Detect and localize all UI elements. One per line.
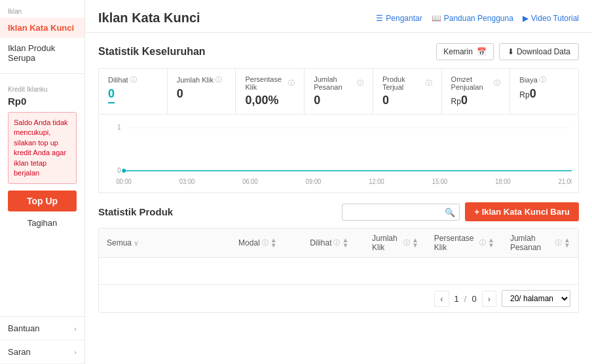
metric-value-produk: 0 [382, 94, 432, 107]
svg-text:12:00: 12:00 [369, 178, 384, 185]
info-icon-persen-table[interactable]: ⓘ [479, 238, 486, 247]
info-icon-biaya[interactable]: ⓘ [540, 75, 546, 84]
kredit-section: Kredit Iklanku Rp0 Saldo Anda tidak menc… [0, 79, 84, 237]
current-page: 1 [454, 294, 459, 304]
kredit-value: Rp0 [8, 96, 77, 107]
video-tutorial-link[interactable]: ▶ Video Tutorial [523, 14, 579, 23]
th-modal[interactable]: Modal ⓘ ▲▼ [231, 228, 302, 257]
sidebar-item-kata-kunci[interactable]: Iklan Kata Kunci [0, 18, 84, 38]
metric-biaya: Biaya ⓘ Rp0 [510, 69, 578, 114]
info-icon-pesanan-table[interactable]: ⓘ [555, 238, 562, 247]
metric-value-dilihat: 0 [108, 87, 115, 103]
th-jumlah-pesanan[interactable]: Jumlah Pesanan ⓘ ▲▼ [502, 228, 578, 257]
chart-svg: 1 0 00:00 03:00 06:00 09:00 12:00 15:00 … [105, 121, 572, 187]
metric-value-pesanan: 0 [314, 94, 363, 107]
pagination-row: ‹ 1 / 0 › 20/ halaman [99, 284, 578, 312]
main-content: Iklan Kata Kunci ☰ Pengantar 📖 Panduan P… [85, 0, 592, 364]
svg-text:09:00: 09:00 [306, 178, 322, 185]
download-button[interactable]: ⬇ Download Data [499, 43, 579, 60]
metric-persentase: Persentase Klik ⓘ 0,00% [236, 69, 305, 114]
svg-text:21:00: 21:00 [559, 178, 572, 185]
sidebar: Iklan Iklan Kata Kunci Iklan Produk Seru… [0, 0, 85, 364]
stats-section: Statistik Keseluruhan Kemarin 📅 ⬇ Downlo… [85, 33, 592, 193]
top-up-button[interactable]: Top Up [8, 191, 77, 211]
info-icon-dilihat[interactable]: ⓘ [130, 75, 137, 84]
chevron-right-icon: › [74, 325, 77, 333]
svg-text:00:00: 00:00 [116, 178, 132, 185]
book-icon: 📖 [432, 14, 441, 23]
header-links: ☰ Pengantar 📖 Panduan Pengguna ▶ Video T… [376, 14, 579, 23]
th-persentase[interactable]: Persentase Klik ⓘ ▲▼ [426, 228, 502, 257]
next-page-button[interactable]: › [482, 291, 496, 307]
download-icon: ⬇ [508, 47, 514, 56]
page-title: Iklan Kata Kunci [98, 10, 200, 26]
sort-icon-klik: ▲▼ [412, 238, 418, 248]
info-icon-klik-table[interactable]: ⓘ [403, 238, 410, 247]
prev-page-button[interactable]: ‹ [434, 291, 449, 307]
th-semua[interactable]: Semua ∨ [99, 228, 231, 257]
svg-text:03:00: 03:00 [179, 178, 195, 185]
table-empty-row [99, 258, 578, 284]
sidebar-item-bantuan[interactable]: Bantuan › [0, 317, 84, 340]
info-icon-pesanan[interactable]: ⓘ [357, 79, 363, 88]
metric-produk-terjual: Produk Terjual ⓘ 0 [373, 69, 442, 114]
page-slash: / [464, 294, 467, 304]
chevron-down-icon: ∨ [134, 239, 139, 247]
svg-text:06:00: 06:00 [242, 178, 258, 185]
metrics-row: Dilihat ⓘ 0 Jumlah Klik ⓘ 0 Persentase K… [98, 68, 579, 115]
panduan-pengguna-link[interactable]: 📖 Panduan Pengguna [432, 14, 513, 23]
metric-value-persentase: 0,00% [245, 94, 295, 107]
total-pages: 0 [472, 294, 476, 304]
info-icon-dilihat-table[interactable]: ⓘ [333, 238, 340, 247]
video-icon: ▶ [523, 14, 528, 23]
calendar-icon: 📅 [477, 47, 487, 56]
metric-klik: Jumlah Klik ⓘ 0 [168, 69, 236, 114]
info-icon-produk[interactable]: ⓘ [426, 79, 432, 88]
produk-section: Statistik Produk 🔍 + Iklan Kata Kunci Ba… [85, 193, 592, 313]
info-icon-modal[interactable]: ⓘ [262, 238, 268, 247]
stats-header: Statistik Keseluruhan Kemarin 📅 ⬇ Downlo… [98, 43, 579, 60]
info-icon-omzet[interactable]: ⓘ [494, 79, 500, 88]
metric-omzet: Omzet Penjualan ⓘ Rp0 [442, 69, 511, 114]
produk-header: Statistik Produk 🔍 + Iklan Kata Kunci Ba… [98, 202, 579, 221]
new-keyword-ad-button[interactable]: + Iklan Kata Kunci Baru [465, 202, 579, 221]
page-size-select[interactable]: 20/ halaman [502, 290, 570, 307]
svg-point-12 [122, 169, 126, 173]
chevron-right-icon: › [74, 348, 77, 356]
sort-icon-persen: ▲▼ [488, 238, 494, 248]
produk-title: Statistik Produk [98, 206, 173, 217]
metric-value-klik: 0 [177, 87, 227, 101]
tagihan-button[interactable]: Tagihan [8, 215, 77, 230]
sidebar-divider-1 [0, 73, 84, 74]
main-header: Iklan Kata Kunci ☰ Pengantar 📖 Panduan P… [85, 0, 592, 33]
search-wrapper: 🔍 [342, 204, 460, 221]
svg-text:18:00: 18:00 [495, 178, 511, 185]
info-icon-klik[interactable]: ⓘ [215, 75, 222, 84]
kredit-label: Kredit Iklanku [8, 86, 77, 93]
sidebar-item-saran[interactable]: Saran › [0, 340, 84, 364]
saldo-warning: Saldo Anda tidak mencukupi, silakan top … [8, 112, 77, 184]
metric-value-omzet: Rp0 [451, 94, 501, 107]
stats-title: Statistik Keseluruhan [98, 46, 206, 58]
metric-dilihat: Dilihat ⓘ 0 [99, 69, 168, 114]
svg-text:15:00: 15:00 [432, 178, 448, 185]
svg-text:0: 0 [117, 166, 121, 173]
chart-container: 1 0 00:00 03:00 06:00 09:00 12:00 15:00 … [98, 115, 579, 193]
pengantar-link[interactable]: ☰ Pengantar [376, 14, 422, 23]
sort-icon-modal: ▲▼ [270, 238, 277, 248]
svg-text:1: 1 [117, 124, 120, 131]
sort-icon-pesanan: ▲▼ [564, 238, 570, 248]
table-header-row: Semua ∨ Modal ⓘ ▲▼ Dilihat ⓘ ▲▼ Jumlah K… [99, 228, 578, 258]
stats-controls: Kemarin 📅 ⬇ Download Data [436, 43, 579, 60]
info-icon-persentase[interactable]: ⓘ [288, 79, 295, 88]
sidebar-bottom: Bantuan › Saran › [0, 316, 84, 364]
metric-value-biaya: Rp0 [519, 87, 569, 101]
th-klik[interactable]: Jumlah Klik ⓘ ▲▼ [364, 228, 426, 257]
sort-icon-dilihat: ▲▼ [342, 238, 348, 248]
list-icon: ☰ [376, 14, 383, 23]
th-dilihat[interactable]: Dilihat ⓘ ▲▼ [302, 228, 364, 257]
sidebar-section-iklan-label: Iklan [0, 0, 84, 18]
sidebar-item-produk-serupa[interactable]: Iklan Produk Serupa [0, 38, 84, 68]
search-input[interactable] [342, 204, 460, 221]
date-select[interactable]: Kemarin 📅 [436, 43, 494, 60]
